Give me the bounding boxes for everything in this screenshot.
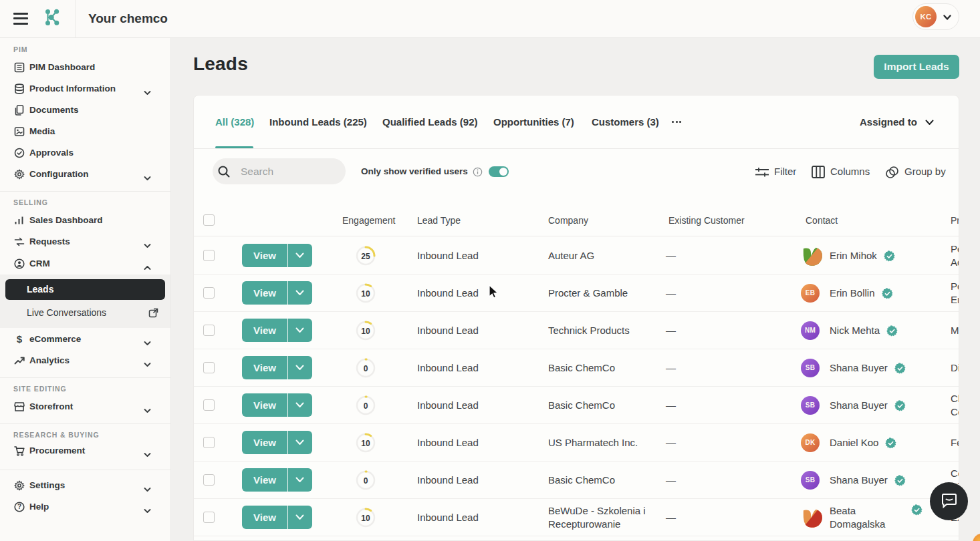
svg-text:10: 10 — [361, 289, 370, 299]
svg-text:25: 25 — [361, 252, 370, 261]
svg-text:0: 0 — [364, 364, 368, 373]
svg-text:0: 0 — [364, 476, 368, 486]
svg-text:$: $ — [17, 333, 23, 345]
svg-text:?: ? — [17, 503, 21, 510]
svg-text:10: 10 — [361, 327, 370, 336]
svg-text:0: 0 — [364, 401, 368, 411]
svg-text:10: 10 — [361, 514, 370, 523]
svg-text:10: 10 — [361, 439, 370, 448]
